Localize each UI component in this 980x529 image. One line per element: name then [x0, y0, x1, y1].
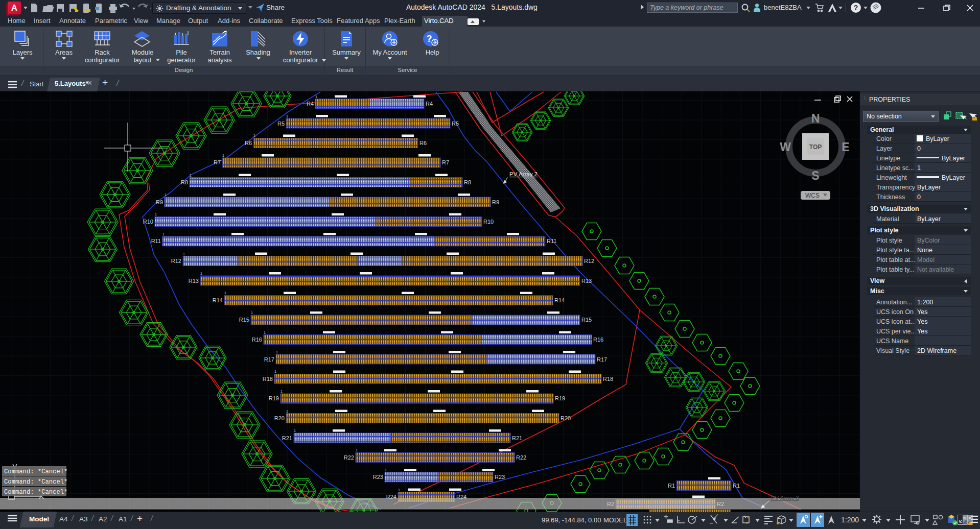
- svg-text:R7: R7: [214, 159, 221, 165]
- svg-text:1: 1: [155, 212, 157, 216]
- svg-text:R18: R18: [603, 376, 613, 382]
- svg-text:1: 1: [253, 134, 255, 137]
- svg-text:R19: R19: [269, 395, 279, 401]
- svg-text:1: 1: [162, 232, 165, 236]
- svg-text:R5: R5: [452, 121, 459, 127]
- svg-text:TOP: TOP: [809, 143, 822, 151]
- svg-text:R15: R15: [581, 317, 592, 323]
- svg-text:Command: *Cancel*: Command: *Cancel*: [4, 478, 67, 486]
- svg-text:R14: R14: [213, 297, 223, 303]
- svg-text:E: E: [842, 140, 849, 154]
- svg-text:R23: R23: [495, 474, 505, 480]
- svg-text:W: W: [780, 140, 791, 154]
- svg-text:R12: R12: [171, 258, 181, 264]
- svg-text:R11: R11: [151, 238, 161, 244]
- svg-text:R21: R21: [512, 435, 522, 441]
- svg-text:R1: R1: [668, 483, 675, 489]
- svg-text:1:200: 1:200: [841, 516, 859, 524]
- svg-text:?: ?: [427, 34, 432, 44]
- svg-text:R1: R1: [733, 483, 740, 489]
- svg-text:R22: R22: [516, 454, 526, 461]
- svg-text:1: 1: [264, 331, 266, 334]
- svg-text:1: 1: [224, 291, 226, 295]
- svg-text:R9: R9: [156, 199, 163, 205]
- svg-text:R21: R21: [282, 435, 292, 441]
- svg-text:R17: R17: [597, 356, 607, 363]
- svg-text:R15: R15: [239, 317, 249, 323]
- svg-text:1: 1: [286, 410, 288, 413]
- svg-text:R16: R16: [593, 336, 603, 343]
- svg-text:1: 1: [274, 370, 276, 373]
- svg-text:R20: R20: [274, 415, 285, 421]
- svg-text:R19: R19: [555, 395, 565, 401]
- svg-text:1: 1: [251, 311, 253, 315]
- svg-text:WCS: WCS: [805, 192, 820, 199]
- svg-text:S: S: [811, 169, 819, 182]
- svg-text:1: 1: [190, 174, 192, 177]
- svg-text:1: 1: [183, 252, 185, 256]
- svg-text:N: N: [811, 112, 820, 125]
- svg-text:1: 1: [385, 468, 387, 472]
- svg-text:R18: R18: [263, 376, 273, 382]
- svg-text:R8: R8: [464, 179, 471, 185]
- svg-text:1: 1: [286, 114, 288, 118]
- svg-text:1: 1: [200, 272, 202, 275]
- svg-text:1: 1: [276, 350, 278, 354]
- svg-text:PV Array 3: PV Array 3: [771, 495, 799, 501]
- svg-text:R22: R22: [344, 454, 354, 461]
- svg-text:1: 1: [315, 95, 317, 99]
- svg-text:R14: R14: [554, 297, 565, 303]
- svg-text:R20: R20: [561, 415, 571, 421]
- svg-text:1: 1: [398, 488, 400, 492]
- svg-text:R9: R9: [492, 199, 499, 205]
- svg-text:R12: R12: [584, 258, 594, 264]
- svg-text:Command: *Cancel*: Command: *Cancel*: [4, 468, 67, 475]
- svg-text:PV Array 2: PV Array 2: [509, 171, 538, 177]
- svg-text:1: 1: [165, 193, 167, 197]
- svg-text:R16: R16: [252, 336, 262, 343]
- svg-text:Command: *Cancel*: Command: *Cancel*: [4, 489, 67, 496]
- svg-text:R10: R10: [483, 219, 494, 225]
- svg-text:R6: R6: [419, 140, 427, 146]
- svg-text:R4: R4: [307, 101, 314, 107]
- svg-text:1: 1: [356, 448, 358, 452]
- svg-text:1: 1: [281, 390, 283, 393]
- svg-text:R13: R13: [189, 278, 199, 284]
- svg-text:R23: R23: [373, 474, 383, 480]
- svg-text:R8: R8: [181, 179, 188, 185]
- svg-text:1: 1: [294, 429, 296, 432]
- svg-text:R10: R10: [143, 219, 153, 225]
- svg-text:R13: R13: [581, 278, 592, 284]
- svg-text:R17: R17: [264, 356, 274, 363]
- svg-text:R6: R6: [245, 140, 252, 146]
- svg-text:R7: R7: [442, 159, 449, 165]
- svg-text:R5: R5: [277, 121, 285, 127]
- svg-text:1: 1: [222, 154, 224, 157]
- svg-text:R4: R4: [426, 101, 433, 107]
- svg-text:R11: R11: [547, 238, 556, 244]
